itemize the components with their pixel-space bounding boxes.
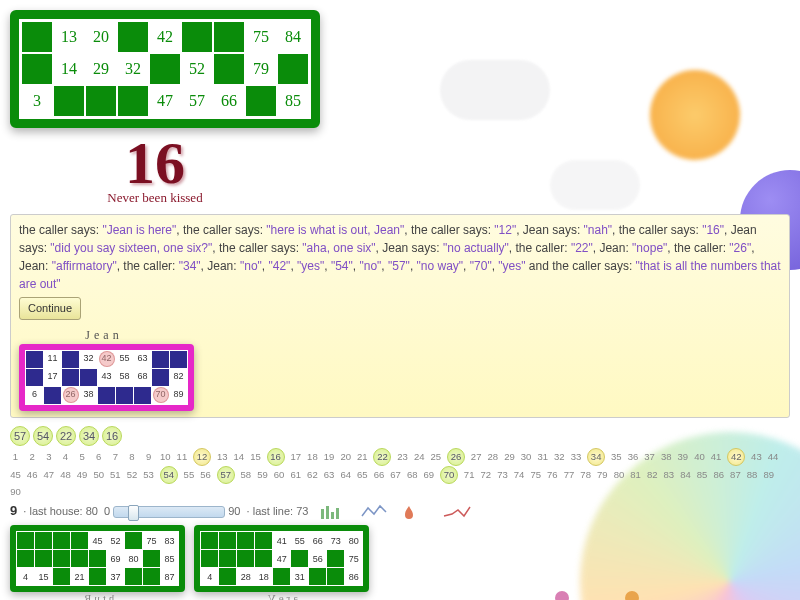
board-number: 66 [373, 467, 384, 483]
number-cell: 3 [22, 86, 52, 116]
board-number: 70 [440, 466, 458, 484]
number-board: 1 2 3 4 5 6 7 8 9 10 11 12 13 14 15 16 1… [10, 448, 790, 500]
board-number: 22 [373, 448, 391, 466]
blank-cell [26, 369, 43, 386]
blank-cell [118, 86, 148, 116]
board-number: 89 [763, 467, 774, 483]
flame-icon [401, 504, 431, 519]
number-cell: 41 [273, 532, 290, 549]
board-number: 85 [697, 467, 708, 483]
blank-cell [278, 54, 308, 84]
board-number: 77 [564, 467, 575, 483]
board-number: 78 [580, 467, 591, 483]
number-cell: 80 [345, 532, 362, 549]
blank-cell [86, 86, 116, 116]
recent-calls: 5754223416 [10, 426, 790, 446]
board-number: 14 [233, 449, 244, 465]
board-number: 17 [290, 449, 301, 465]
board-number: 48 [60, 467, 71, 483]
board-number: 39 [677, 449, 688, 465]
blank-cell [89, 568, 106, 585]
number-cell: 15 [35, 568, 52, 585]
number-cell: 70 [152, 387, 169, 404]
dialogue-panel: the caller says: "Jean is here", the cal… [10, 214, 790, 418]
blank-cell [53, 568, 70, 585]
number-cell: 17 [44, 369, 61, 386]
board-number: 83 [663, 467, 674, 483]
board-number: 12 [193, 448, 211, 466]
blank-cell [237, 550, 254, 567]
number-cell: 82 [170, 369, 187, 386]
number-cell: 56 [309, 550, 326, 567]
number-cell: 42 [98, 351, 115, 368]
blank-cell [150, 54, 180, 84]
board-number: 63 [324, 467, 335, 483]
number-cell: 84 [278, 22, 308, 52]
number-cell: 38 [80, 387, 97, 404]
board-number: 54 [160, 466, 178, 484]
vera-name-label: Vera [194, 592, 369, 600]
board-number: 79 [597, 467, 608, 483]
board-number: 25 [430, 449, 441, 465]
number-cell: 52 [107, 532, 124, 549]
board-number: 45 [10, 467, 21, 483]
blank-cell [134, 387, 151, 404]
number-cell: 63 [134, 351, 151, 368]
number-cell: 45 [89, 532, 106, 549]
blank-cell [125, 568, 142, 585]
board-number: 1 [10, 449, 21, 465]
number-cell: 87 [161, 568, 178, 585]
blank-cell [255, 550, 272, 567]
svg-rect-2 [331, 512, 334, 519]
blank-cell [89, 550, 106, 567]
blank-cell [152, 369, 169, 386]
board-number: 32 [554, 449, 565, 465]
blank-cell [246, 86, 276, 116]
board-number: 37 [644, 449, 655, 465]
blank-cell [182, 22, 212, 52]
blank-cell [237, 532, 254, 549]
board-number: 74 [514, 467, 525, 483]
board-number: 52 [126, 467, 137, 483]
blank-cell [80, 369, 97, 386]
blank-cell [255, 532, 272, 549]
number-cell: 42 [150, 22, 180, 52]
board-number: 61 [290, 467, 301, 483]
recent-ball: 57 [10, 426, 30, 446]
blank-cell [71, 550, 88, 567]
board-number: 41 [711, 449, 722, 465]
ruth-name-label: Ruth [10, 592, 185, 600]
board-number: 81 [630, 467, 641, 483]
jean-card: 11324255631743586882626387089 [19, 344, 194, 411]
number-cell: 13 [54, 22, 84, 52]
number-cell: 47 [273, 550, 290, 567]
board-number: 15 [250, 449, 261, 465]
number-cell: 75 [345, 550, 362, 567]
board-number: 40 [694, 449, 705, 465]
board-number: 82 [647, 467, 658, 483]
numbers-out-count: 9 [10, 503, 17, 518]
continue-button[interactable]: Continue [19, 297, 81, 320]
svg-rect-1 [326, 506, 329, 519]
number-cell: 52 [182, 54, 212, 84]
stats-row: 9 · last house: 80 090 · last line: 73 [10, 503, 790, 520]
blank-cell [219, 568, 236, 585]
board-number: 67 [390, 467, 401, 483]
speed-slider[interactable] [113, 506, 225, 518]
board-number: 4 [60, 449, 71, 465]
number-cell: 21 [71, 568, 88, 585]
blank-cell [22, 54, 52, 84]
blank-cell [201, 550, 218, 567]
recent-ball: 22 [56, 426, 76, 446]
board-number: 53 [143, 467, 154, 483]
board-number: 24 [414, 449, 425, 465]
number-cell: 6 [26, 387, 43, 404]
line-icon [360, 504, 390, 519]
blank-cell [170, 351, 187, 368]
blank-cell [118, 22, 148, 52]
blank-cell [62, 369, 79, 386]
number-cell: 75 [246, 22, 276, 52]
recent-ball: 54 [33, 426, 53, 446]
number-cell: 86 [345, 568, 362, 585]
board-number: 50 [93, 467, 104, 483]
